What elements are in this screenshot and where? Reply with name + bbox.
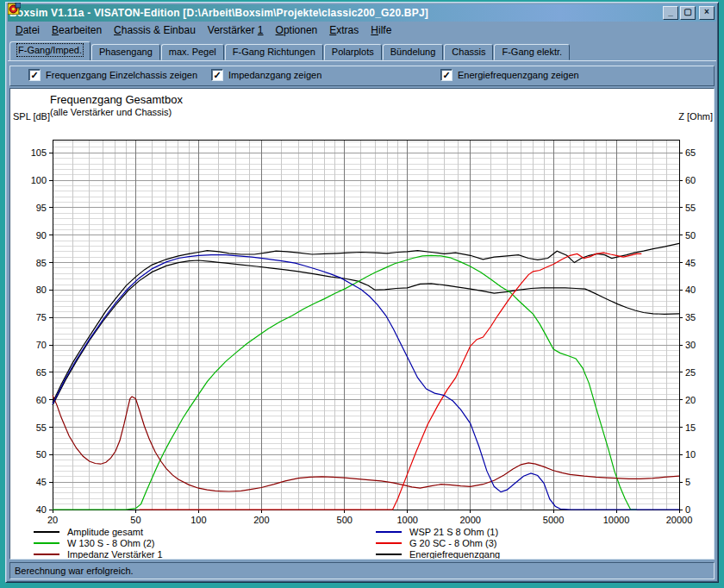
svg-text:20: 20 (685, 395, 696, 405)
svg-text:105: 105 (31, 147, 47, 158)
svg-text:15: 15 (685, 422, 696, 433)
legend-item-energiefrequenzgang: Energiefrequenzgang (376, 548, 500, 560)
checkbox-impedanzgang-zeigen[interactable]: ✓Impedanzgang zeigen (211, 69, 321, 81)
minimize-button[interactable]: _ (663, 6, 678, 20)
chart-subtitle: (alle Verstärker und Chassis) (50, 107, 172, 117)
legend-label: WSP 21 S 8 Ohm (1) (409, 527, 498, 537)
svg-text:10: 10 (685, 449, 696, 460)
legend-item-wsp-21-s-8-ohm-1: WSP 21 S 8 Ohm (1) (376, 526, 500, 537)
svg-text:45: 45 (685, 258, 696, 268)
tab-f-gang-elektr[interactable]: F-Gang elektr. (494, 44, 570, 60)
svg-text:65: 65 (36, 367, 47, 378)
legend-label: Amplitude gesamt (67, 527, 143, 537)
tab-max-pegel[interactable]: max. Pegel (161, 44, 224, 60)
legend-label: W 130 S - 8 Ohm (2) (67, 538, 154, 548)
svg-text:30: 30 (685, 340, 696, 350)
window-titlebar[interactable]: Boxsim V1.11a - VISATON-Edition [D:\Arbe… (8, 4, 716, 22)
y-axis-left-label: SPL [dB] (13, 111, 50, 122)
checkbox-energiefrequenzgang-zeigen[interactable]: ✓Energiefrequenzgang zeigen (440, 69, 579, 81)
chart-panel: 1051009590858075706560555045406560555045… (9, 88, 715, 560)
svg-text:100: 100 (190, 515, 206, 525)
legend-item-amplitude-gesamt: Amplitude gesamt (34, 526, 163, 537)
svg-text:20: 20 (47, 515, 58, 525)
menu-item-bearbeiten[interactable]: Bearbeiten (46, 22, 108, 38)
svg-text:90: 90 (36, 230, 47, 241)
checkbox-label: Impedanzgang zeigen (228, 70, 321, 80)
svg-text:45: 45 (36, 477, 47, 487)
tab-chassis[interactable]: Chassis (444, 44, 493, 60)
tab-phasengang[interactable]: Phasengang (91, 44, 160, 60)
svg-text:35: 35 (685, 312, 696, 322)
svg-text:1000: 1000 (396, 515, 417, 525)
menu-bar: DateiBearbeitenChassis & EinbauVerstärke… (8, 22, 716, 39)
svg-text:2000: 2000 (459, 515, 480, 525)
svg-text:55: 55 (36, 422, 47, 433)
status-bar: Berechnung war erfolgreich. (9, 562, 715, 579)
maximize-button[interactable]: ▢ (680, 6, 696, 20)
checkmark-icon: ✓ (211, 69, 223, 81)
tab-f-gang-richtungen[interactable]: F-Gang Richtungen (225, 44, 323, 60)
svg-text:65: 65 (685, 147, 696, 158)
legend-left-column: Amplitude gesamtW 130 S - 8 Ohm (2)Imped… (34, 526, 163, 560)
menu-item-chassis-einbau[interactable]: Chassis & Einbau (108, 22, 202, 38)
legend-swatch (376, 542, 402, 544)
legend-swatch (376, 554, 402, 555)
legend-item-w-130-s-8-ohm-2: W 130 S - 8 Ohm (2) (34, 537, 163, 548)
legend-swatch (34, 542, 59, 544)
legend-swatch (34, 531, 59, 533)
tab-f-gang-imped[interactable]: F-Gang/Imped. (9, 41, 90, 60)
menu-item-hilfe[interactable]: Hilfe (365, 22, 397, 38)
svg-text:60: 60 (36, 395, 47, 405)
legend-label: G 20 SC - 8 Ohm (3) (409, 538, 496, 548)
frequency-response-plot: 1051009590858075706560555045406560555045… (10, 89, 715, 560)
legend-swatch (376, 531, 402, 533)
svg-text:50: 50 (685, 230, 696, 241)
menu-item-verst-rker-1[interactable]: Verstärker 1 (202, 22, 270, 38)
menu-item-optionen[interactable]: Optionen (270, 22, 324, 38)
svg-text:40: 40 (685, 285, 696, 295)
svg-text:60: 60 (685, 175, 696, 185)
app-window: Boxsim V1.11a - VISATON-Edition [D:\Arbe… (5, 2, 719, 583)
chart-title: Frequenzgang Gesamtbox (50, 93, 183, 106)
checkbox-frequenzgang-einzelchassis-zeigen[interactable]: ✓Frequenzgang Einzelchassis zeigen (28, 69, 197, 81)
status-text: Berechnung war erfolgreich. (15, 566, 134, 576)
svg-text:95: 95 (36, 203, 47, 213)
legend-right-column: WSP 21 S 8 Ohm (1)G 20 SC - 8 Ohm (3)Ene… (376, 526, 500, 560)
checkmark-icon: ✓ (28, 69, 41, 81)
window-title: Boxsim V1.11a - VISATON-Edition [D:\Arbe… (9, 7, 661, 19)
menu-item-datei[interactable]: Datei (9, 22, 46, 38)
svg-text:40: 40 (36, 504, 47, 515)
svg-text:5: 5 (685, 477, 690, 487)
legend-swatch (34, 554, 59, 555)
tab-b-ndelung[interactable]: Bündelung (383, 44, 444, 60)
legend-label: Energiefrequenzgang (409, 549, 500, 560)
y-axis-right-label: Z [Ohm] (678, 111, 713, 122)
tab-strip: F-Gang/Imped.Phasengangmax. PegelF-Gang … (8, 39, 716, 63)
svg-text:85: 85 (36, 258, 47, 268)
close-button[interactable]: × (699, 6, 715, 20)
svg-text:50: 50 (130, 515, 140, 525)
svg-text:0: 0 (685, 504, 690, 515)
svg-text:50: 50 (36, 449, 47, 460)
svg-text:200: 200 (253, 515, 269, 525)
checkbox-label: Frequenzgang Einzelchassis zeigen (46, 70, 197, 80)
svg-text:25: 25 (685, 367, 696, 378)
legend-item-g-20-sc-8-ohm-3: G 20 SC - 8 Ohm (3) (376, 537, 500, 548)
svg-text:20000: 20000 (666, 515, 693, 525)
svg-text:70: 70 (36, 340, 47, 350)
svg-text:500: 500 (337, 515, 353, 525)
svg-text:75: 75 (36, 312, 47, 322)
checkmark-icon: ✓ (440, 69, 452, 81)
tab-polarplots[interactable]: Polarplots (324, 44, 382, 60)
svg-text:5000: 5000 (543, 515, 564, 525)
legend-label: Impedanz Verstärker 1 (67, 549, 163, 560)
svg-text:100: 100 (31, 175, 47, 185)
svg-text:10000: 10000 (603, 515, 630, 525)
svg-text:80: 80 (36, 285, 47, 295)
display-options-panel: ✓Frequenzgang Einzelchassis zeigen✓Imped… (9, 66, 715, 86)
legend-item-impedanz-verst-rker-1: Impedanz Verstärker 1 (34, 548, 163, 560)
checkbox-label: Energiefrequenzgang zeigen (458, 70, 579, 80)
menu-item-extras[interactable]: Extras (323, 22, 365, 38)
app-icon (8, 3, 21, 15)
svg-text:55: 55 (685, 203, 696, 213)
